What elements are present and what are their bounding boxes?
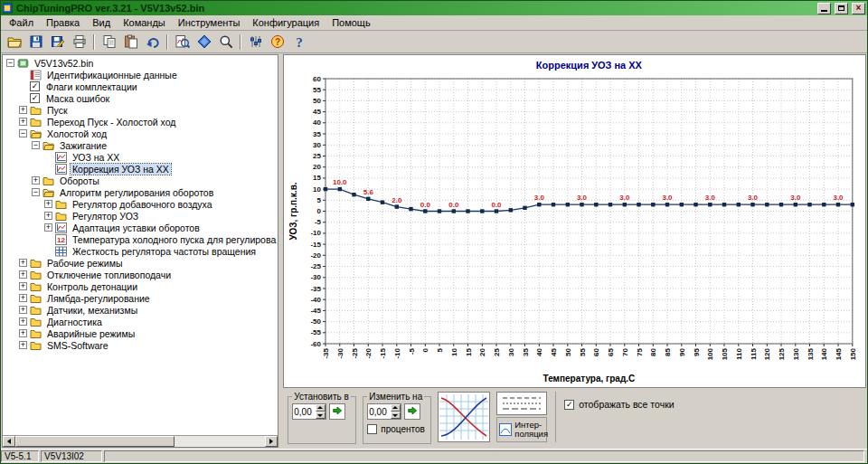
collapse-icon[interactable]: −: [19, 129, 27, 137]
tree-item[interactable]: +SMS-Software: [4, 339, 278, 351]
line-style-button[interactable]: [496, 392, 547, 415]
tree-item-label: Аварийные режимы: [45, 328, 137, 339]
svg-text:5.6: 5.6: [363, 188, 374, 196]
expand-icon[interactable]: +: [19, 329, 27, 337]
minimize-button[interactable]: [817, 3, 831, 14]
chart-mode-button[interactable]: [438, 392, 490, 442]
tree-item[interactable]: −Алгоритм регулирования оборотов: [4, 186, 278, 198]
show-all-points-checkbox[interactable]: ✓ отображать все точки: [564, 399, 674, 410]
expand-icon[interactable]: +: [19, 106, 27, 114]
tree-item[interactable]: ✓Флаги комплектации: [4, 80, 278, 92]
menu-item[interactable]: Помощь: [326, 16, 377, 29]
tree-item[interactable]: +Аварийные режимы: [4, 327, 278, 339]
scrollbar-track[interactable]: [175, 436, 265, 447]
checkbox-icon[interactable]: ✓: [30, 93, 40, 103]
menu-item[interactable]: Конфигурация: [246, 16, 326, 29]
tree-item[interactable]: 12Температура холодного пуска для регули…: [4, 233, 278, 245]
menu-item[interactable]: Инструменты: [172, 16, 247, 29]
expand-icon[interactable]: +: [19, 282, 27, 290]
tree-item[interactable]: +Регулятор УОЗ: [4, 210, 278, 222]
copy-button[interactable]: [99, 33, 119, 52]
apply-set-button[interactable]: [329, 403, 345, 420]
tree-item-selected[interactable]: Коррекция УОЗ на ХХ: [4, 163, 278, 175]
checkbox-icon[interactable]: ✓: [30, 81, 40, 91]
collapse-icon[interactable]: −: [32, 188, 40, 196]
expand-icon[interactable]: +: [32, 176, 40, 185]
preview-icon: [175, 34, 190, 49]
spin-up-icon[interactable]: [391, 404, 401, 412]
tree-item[interactable]: +Рабочие режимы: [4, 257, 278, 269]
tree-item[interactable]: +Адаптация уставки оборотов: [4, 222, 278, 233]
chart-area[interactable]: -60-55-50-45-40-35-30-25-20-15-10-505101…: [283, 54, 866, 388]
help-button[interactable]: ?: [288, 33, 309, 52]
zoom-button[interactable]: [215, 33, 236, 52]
tree-item[interactable]: +Пуск: [4, 104, 278, 116]
scrollbar-thumb[interactable]: [15, 436, 175, 447]
expand-icon[interactable]: +: [44, 223, 52, 232]
tuning-button[interactable]: [245, 33, 266, 52]
support-button[interactable]: ?: [267, 33, 288, 52]
collapse-icon[interactable]: −: [32, 141, 40, 149]
menu-item[interactable]: Файл: [3, 16, 40, 29]
expand-icon[interactable]: +: [44, 212, 52, 220]
expand-icon[interactable]: +: [19, 259, 27, 267]
tree-item[interactable]: +Обороты: [4, 175, 278, 186]
expand-icon[interactable]: +: [19, 317, 27, 326]
tree-item[interactable]: −Холостой ход: [4, 128, 278, 139]
save-as-button[interactable]: [47, 33, 68, 52]
tree-item[interactable]: +Переход Пуск - Холостой ход: [4, 116, 278, 128]
save-button[interactable]: [25, 33, 46, 52]
expand-icon[interactable]: +: [19, 294, 27, 302]
preview-button[interactable]: [172, 33, 193, 52]
tree-item[interactable]: УОЗ на ХХ: [4, 151, 278, 163]
tree-item[interactable]: −Зажигание: [4, 139, 278, 151]
expand-icon[interactable]: +: [19, 341, 27, 349]
scroll-right-button[interactable]: [265, 436, 278, 447]
change-value-spinner[interactable]: [391, 404, 401, 419]
print-button[interactable]: [69, 33, 90, 52]
expand-icon[interactable]: +: [19, 270, 27, 279]
undo-button[interactable]: [142, 33, 163, 52]
about-icon: [197, 34, 212, 49]
menu-item[interactable]: Вид: [86, 16, 117, 29]
tree-item[interactable]: +Контроль детонации: [4, 280, 278, 292]
menu-item[interactable]: Правка: [40, 16, 86, 29]
tree-item[interactable]: +Регулятор добавочного воздуха: [4, 198, 278, 210]
spin-up-icon[interactable]: [316, 404, 326, 412]
svg-text:-10: -10: [393, 347, 401, 358]
percent-checkbox[interactable]: [367, 424, 377, 434]
spin-down-icon[interactable]: [391, 412, 401, 419]
menu-item[interactable]: Команды: [117, 16, 172, 29]
set-value-spinner[interactable]: [316, 404, 326, 419]
maximize-button[interactable]: [835, 3, 848, 14]
svg-text:65: 65: [607, 347, 615, 355]
change-value-input[interactable]: [368, 404, 391, 419]
tree-item[interactable]: Жесткость регулятора частоты вращения: [4, 245, 278, 257]
about-button[interactable]: [193, 33, 214, 52]
tree-item[interactable]: +Лямбда-регулирование: [4, 292, 278, 304]
tree-item[interactable]: −V5V13v52.bin: [4, 57, 278, 69]
expand-icon[interactable]: +: [19, 118, 27, 126]
collapse-icon[interactable]: −: [6, 59, 14, 67]
apply-change-button[interactable]: [404, 403, 420, 420]
spin-down-icon[interactable]: [316, 412, 326, 419]
tree-item[interactable]: ✓Маска ошибок: [4, 92, 278, 104]
paste-button[interactable]: [120, 33, 141, 52]
scroll-right-icon: [269, 439, 273, 444]
open-button[interactable]: [4, 33, 24, 52]
correction-chart[interactable]: -60-55-50-45-40-35-30-25-20-15-10-505101…: [284, 55, 865, 387]
tree-item[interactable]: +Диагностика: [4, 316, 278, 327]
svg-text:15: 15: [465, 347, 473, 355]
tree-item[interactable]: +Отключение топливоподачи: [4, 269, 278, 280]
svg-text:40: 40: [313, 118, 321, 127]
tree-item[interactable]: Идентификационные данные: [4, 69, 278, 80]
expand-icon[interactable]: +: [19, 306, 27, 314]
interpolation-button[interactable]: Интер- поляция: [496, 417, 547, 442]
tree-horizontal-scrollbar[interactable]: [3, 435, 278, 447]
scroll-left-button[interactable]: [3, 436, 15, 447]
tree-item[interactable]: +Датчики, механизмы: [4, 304, 278, 316]
expand-icon[interactable]: +: [44, 200, 52, 208]
close-button[interactable]: ×: [852, 3, 865, 14]
set-value-input[interactable]: [293, 404, 316, 419]
svg-text:3.0: 3.0: [577, 194, 588, 202]
